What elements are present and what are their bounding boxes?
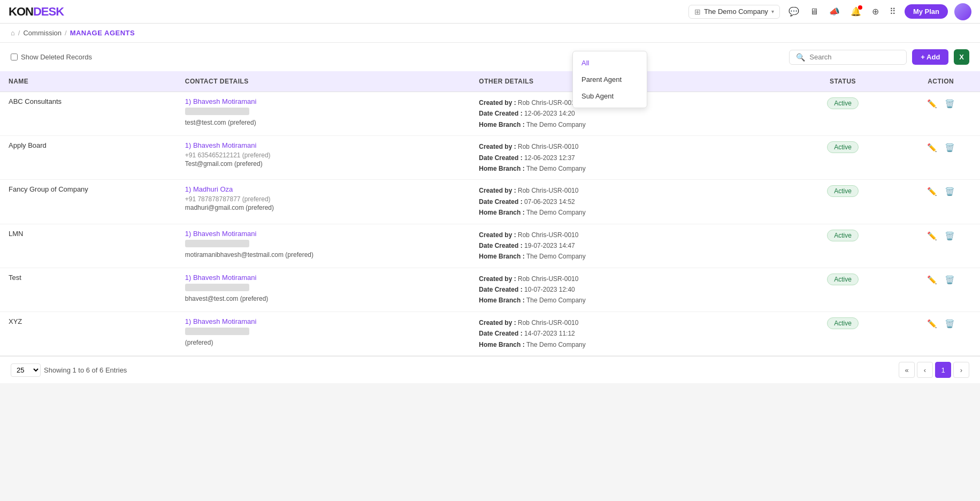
header: KONDESK ⊞ The Demo Company ▾ 💬 🖥 📣 🔔 ⊕ ⠿… bbox=[0, 0, 980, 24]
contact-phone-blurred bbox=[185, 240, 249, 247]
toolbar: Show Deleted Records 🔍 + Add X bbox=[0, 43, 980, 71]
edit-button[interactable]: ✏️ bbox=[924, 141, 940, 154]
next-page-button[interactable]: › bbox=[953, 362, 969, 378]
company-selector[interactable]: ⊞ The Demo Company ▾ bbox=[688, 5, 780, 19]
cell-contact: 1) Bhavesh Motiramani(prefered) bbox=[177, 312, 471, 355]
contact-email: madhuri@gmail.com (prefered) bbox=[185, 204, 462, 211]
delete-button[interactable]: 🗑️ bbox=[942, 317, 958, 330]
date-created-label: Date Created : bbox=[479, 286, 524, 293]
date-created-row: Date Created : 10-07-2023 12:40 bbox=[479, 284, 775, 295]
filter-dropdown: All Parent Agent Sub Agent bbox=[572, 51, 647, 108]
cell-action: ✏️ 🗑️ bbox=[901, 180, 980, 224]
date-created-label: Date Created : bbox=[479, 330, 524, 337]
date-created-label: Date Created : bbox=[479, 198, 524, 206]
breadcrumb-sep-2: / bbox=[65, 29, 67, 37]
showing-text: Showing 1 to 6 of 6 Entries bbox=[44, 366, 127, 374]
add-button[interactable]: + Add bbox=[912, 49, 948, 65]
cell-contact: 1) Bhavesh Motiramanitest@test.com (pref… bbox=[177, 92, 471, 136]
col-header-contact: CONTACT DETAILS bbox=[177, 71, 471, 92]
date-created-label: Date Created : bbox=[479, 154, 524, 162]
cell-name: Test bbox=[0, 268, 177, 312]
logo-desk: DESK bbox=[33, 5, 64, 19]
bell-icon[interactable]: 🔔 bbox=[848, 4, 863, 19]
per-page-select[interactable]: 10 25 50 100 bbox=[11, 363, 41, 377]
contact-phone: +91 787878787877 (prefered) bbox=[185, 195, 462, 203]
edit-button[interactable]: ✏️ bbox=[924, 317, 940, 330]
delete-button[interactable]: 🗑️ bbox=[942, 185, 958, 198]
breadcrumb-home-icon[interactable]: ⌂ bbox=[11, 29, 15, 37]
date-created-label: Date Created : bbox=[479, 110, 524, 117]
agent-name: Fancy Group of Company bbox=[9, 185, 88, 193]
grid-apps-icon[interactable]: ⠿ bbox=[887, 4, 898, 19]
status-badge: Active bbox=[827, 141, 859, 153]
cell-status: Active bbox=[784, 180, 902, 224]
cell-name: LMN bbox=[0, 224, 177, 268]
table-row: Fancy Group of Company1) Madhuri Oza+91 … bbox=[0, 180, 980, 224]
table-row: ABC Consultants1) Bhavesh Motiramanitest… bbox=[0, 92, 980, 136]
show-deleted-checkbox[interactable] bbox=[11, 54, 18, 60]
chat-icon[interactable]: 💬 bbox=[786, 4, 801, 19]
delete-button[interactable]: 🗑️ bbox=[942, 274, 958, 286]
home-branch-row: Home Branch : The Demo Company bbox=[479, 207, 775, 218]
created-by-row: Created by : Rob Chris-USR-0010 bbox=[479, 274, 775, 284]
header-left: KONDESK bbox=[9, 5, 64, 19]
home-branch-label: Home Branch : bbox=[479, 165, 526, 172]
table-container: NAME CONTACT DETAILS OTHER DETAILS STATU… bbox=[0, 71, 980, 356]
home-branch-label: Home Branch : bbox=[479, 253, 526, 260]
cell-contact: 1) Bhavesh Motiramanimotiramanibhavesh@t… bbox=[177, 224, 471, 268]
delete-button[interactable]: 🗑️ bbox=[942, 97, 958, 110]
delete-button[interactable]: 🗑️ bbox=[942, 141, 958, 154]
created-by-row: Created by : Rob Chris-USR-0010 bbox=[479, 317, 775, 328]
cell-action: ✏️ 🗑️ bbox=[901, 224, 980, 268]
contact-phone-blurred bbox=[185, 328, 249, 335]
created-by-label: Created by : bbox=[479, 275, 518, 283]
contact-email: (prefered) bbox=[185, 339, 462, 346]
agents-table: NAME CONTACT DETAILS OTHER DETAILS STATU… bbox=[0, 71, 980, 356]
contact-email: motiramanibhavesh@testmail.com (prefered… bbox=[185, 251, 462, 259]
cell-other: Created by : Rob Chris-USR-0010 Date Cre… bbox=[470, 136, 784, 180]
contact-phone-blurred bbox=[185, 108, 249, 115]
excel-export-button[interactable]: X bbox=[954, 49, 969, 65]
per-page-control: 10 25 50 100 Showing 1 to 6 of 6 Entries bbox=[11, 363, 127, 377]
avatar[interactable] bbox=[954, 3, 971, 20]
created-by-row: Created by : Rob Chris-USR-0010 bbox=[479, 141, 775, 152]
agent-name: Test bbox=[9, 274, 21, 282]
contact-email: test@test.com (prefered) bbox=[185, 119, 462, 126]
contact-email: Test@gmail.com (prefered) bbox=[185, 160, 462, 168]
show-deleted-text: Show Deleted Records bbox=[21, 53, 92, 61]
page-1-button[interactable]: 1 bbox=[935, 362, 951, 378]
edit-button[interactable]: ✏️ bbox=[924, 97, 940, 110]
search-box: 🔍 bbox=[789, 50, 907, 65]
show-deleted-label[interactable]: Show Deleted Records bbox=[11, 53, 92, 61]
breadcrumb-commission[interactable]: Commission bbox=[23, 29, 62, 37]
breadcrumb-current: MANAGE AGENTS bbox=[70, 29, 135, 37]
contact-phone: +91 635465212121 (prefered) bbox=[185, 151, 462, 159]
agent-name: LMN bbox=[9, 230, 23, 238]
company-grid-icon: ⊞ bbox=[694, 7, 701, 16]
delete-button[interactable]: 🗑️ bbox=[942, 230, 958, 242]
status-badge: Active bbox=[827, 317, 859, 329]
cell-other: Created by : Rob Chris-USR-0010 Date Cre… bbox=[470, 224, 784, 268]
megaphone-icon[interactable]: 📣 bbox=[827, 4, 842, 19]
created-by-label: Created by : bbox=[479, 319, 518, 327]
plus-circle-icon[interactable]: ⊕ bbox=[870, 4, 881, 19]
filter-item-all[interactable]: All bbox=[573, 55, 647, 71]
cell-contact: 1) Bhavesh Motiramani+91 635465212121 (p… bbox=[177, 136, 471, 180]
search-input[interactable] bbox=[809, 53, 900, 61]
contact-person: 1) Bhavesh Motiramani bbox=[185, 97, 462, 105]
chevron-down-icon: ▾ bbox=[771, 9, 774, 14]
edit-button[interactable]: ✏️ bbox=[924, 274, 940, 286]
toolbar-left: Show Deleted Records bbox=[11, 53, 92, 61]
prev-page-button[interactable]: ‹ bbox=[917, 362, 933, 378]
monitor-icon[interactable]: 🖥 bbox=[808, 5, 821, 19]
filter-item-parent-agent[interactable]: Parent Agent bbox=[573, 71, 647, 88]
logo-kon: KON bbox=[9, 5, 33, 19]
prev-prev-page-button[interactable]: « bbox=[899, 362, 915, 378]
edit-button[interactable]: ✏️ bbox=[924, 185, 940, 198]
table-row: LMN1) Bhavesh Motiramanimotiramanibhaves… bbox=[0, 224, 980, 268]
edit-button[interactable]: ✏️ bbox=[924, 230, 940, 242]
cell-other: Created by : Rob Chris-USR-0010 Date Cre… bbox=[470, 312, 784, 355]
filter-item-sub-agent[interactable]: Sub Agent bbox=[573, 88, 647, 104]
table-row: XYZ1) Bhavesh Motiramani(prefered) Creat… bbox=[0, 312, 980, 355]
my-plan-button[interactable]: My Plan bbox=[905, 4, 948, 19]
